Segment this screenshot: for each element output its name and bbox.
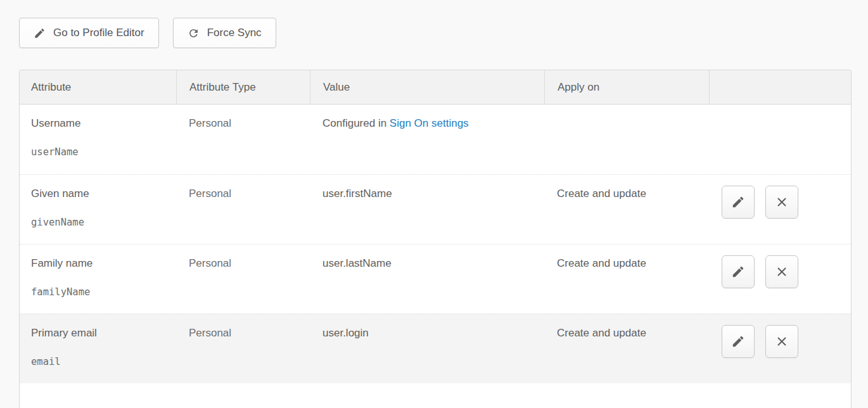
attribute-type-text: Personal [189,117,231,129]
table-header-row: Attribute Attribute Type Value Apply on [20,70,851,105]
attribute-type-cell: Personal [176,245,310,314]
value-text: user.firstName [322,188,392,200]
header-attribute: Attribute [20,70,176,104]
attribute-type-text: Personal [189,257,231,269]
table-row-primary-email: Primary email email Personal user.login … [20,314,851,383]
table-row-family-name: Family name familyName Personal user.las… [20,244,851,314]
attribute-cell: Primary email email [20,314,176,383]
value-prefix-text: Configured in [322,117,390,129]
apply-on-cell: Create and update [544,314,709,383]
actions-cell [709,175,851,244]
attribute-type-cell: Personal [176,175,310,244]
value-cell: user.lastName [310,245,544,314]
attribute-type-cell: Personal [176,105,310,174]
attribute-mappings-page: Go to Profile Editor Force Sync Attribut… [0,0,868,408]
pencil-icon [731,265,745,279]
attribute-variable-name: givenName [31,217,163,228]
edit-attribute-button[interactable] [722,255,755,288]
delete-attribute-button[interactable] [765,325,798,358]
header-apply-on: Apply on [544,70,709,104]
go-to-profile-editor-label: Go to Profile Editor [53,27,144,39]
attribute-type-text: Personal [189,327,231,339]
header-value: Value [310,70,544,104]
sign-on-settings-link[interactable]: Sign On settings [390,117,469,129]
actions-cell [709,314,851,383]
attribute-cell: Username userName [20,105,176,174]
value-text: user.lastName [322,257,392,269]
attribute-type-text: Personal [189,188,231,200]
value-cell: user.login [310,314,544,383]
apply-on-cell: Create and update [544,245,709,314]
table-row-username: Username userName Personal Configured in… [20,105,851,174]
go-to-profile-editor-button[interactable]: Go to Profile Editor [19,18,159,48]
apply-on-cell: Create and update [544,175,709,244]
pencil-icon [34,27,46,39]
attribute-cell: Given name givenName [20,175,176,244]
force-sync-label: Force Sync [207,27,262,39]
close-icon [775,195,789,209]
force-sync-button[interactable]: Force Sync [173,18,276,48]
actions-cell [709,245,851,314]
attribute-cell: Family name familyName [20,245,176,314]
attribute-variable-name: email [31,356,163,367]
attribute-variable-name: familyName [31,286,163,298]
pencil-icon [731,335,745,348]
value-cell: user.firstName [310,175,544,244]
delete-attribute-button[interactable] [765,186,798,219]
value-cell: Configured in Sign On settings [310,105,544,174]
header-actions [709,70,851,104]
refresh-icon [188,27,200,39]
table-row-given-name: Given name givenName Personal user.first… [20,174,851,244]
attribute-label: Username [31,117,163,130]
close-icon [775,335,789,348]
apply-on-cell [544,105,709,174]
empty-row-partial [20,383,851,408]
close-icon [775,265,789,279]
edit-attribute-button[interactable] [722,325,755,358]
attribute-type-cell: Personal [176,314,310,383]
apply-on-text: Create and update [557,327,646,339]
value-text: user.login [322,327,369,339]
pencil-icon [731,195,745,209]
toolbar: Go to Profile Editor Force Sync [19,18,852,48]
actions-cell [709,105,851,174]
delete-attribute-button[interactable] [765,255,798,288]
attribute-variable-name: userName [31,146,163,158]
apply-on-text: Create and update [557,188,646,200]
header-attribute-type: Attribute Type [176,70,310,104]
attribute-mappings-table: Attribute Attribute Type Value Apply on … [19,70,852,408]
attribute-label: Primary email [31,327,163,340]
attribute-label: Given name [31,188,163,200]
apply-on-text: Create and update [557,257,646,269]
edit-attribute-button[interactable] [722,186,755,219]
attribute-label: Family name [31,257,163,270]
